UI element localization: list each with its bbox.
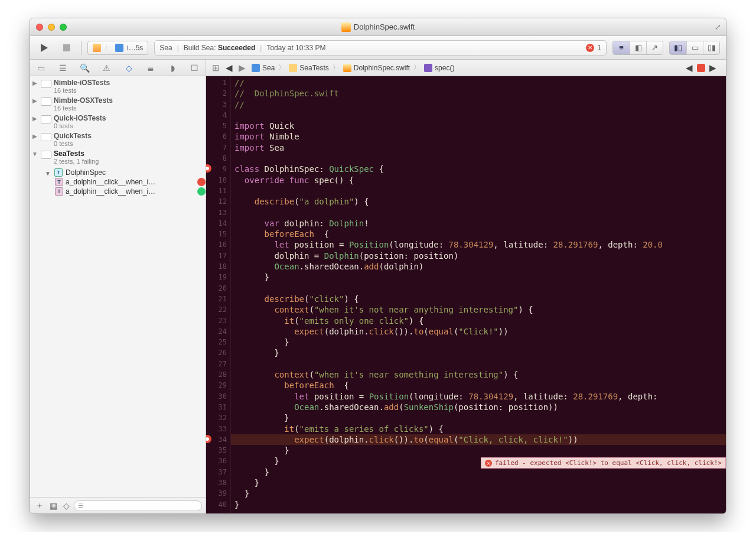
back-button[interactable]: ◀ xyxy=(223,63,235,73)
code-line[interactable]: } xyxy=(231,488,726,499)
titlebar[interactable]: DolphinSpec.swift ⤢ xyxy=(30,18,726,36)
inline-error-flag[interactable]: ✕ failed - expected <Click!> to equal <C… xyxy=(481,457,726,469)
code-line[interactable]: // DolphinSpec.swift xyxy=(231,88,726,99)
scope-bar-icon[interactable]: ▦ xyxy=(48,501,59,511)
line-number[interactable]: 12 xyxy=(206,196,230,207)
test-suite-row[interactable]: ▶ QuickTests 0 tests xyxy=(30,131,206,148)
forward-button[interactable]: ▶ xyxy=(236,63,248,73)
test-suite-row[interactable]: ▶ Nimble-iOSTests 16 tests xyxy=(30,77,206,95)
code-line[interactable]: dolphin = Dolphin(position: position) xyxy=(231,251,726,261)
line-number[interactable]: 29 xyxy=(206,380,230,391)
code-line[interactable]: context("when it's not near anything int… xyxy=(231,304,726,315)
related-items-icon[interactable]: ⊞ xyxy=(210,63,222,73)
line-number[interactable]: 30 xyxy=(206,391,230,402)
code-line[interactable]: } xyxy=(231,347,726,358)
symbol-nav-icon[interactable]: ☰ xyxy=(52,63,74,73)
line-number[interactable]: 6 xyxy=(206,131,230,142)
line-number[interactable]: 33 xyxy=(206,424,230,434)
disclosure-icon[interactable]: ▶ xyxy=(31,96,38,104)
version-editor-button[interactable]: ↗ xyxy=(646,41,663,54)
report-nav-icon[interactable]: ☐ xyxy=(184,63,206,73)
code-line[interactable]: let position = Position(longitude: 78.30… xyxy=(231,239,726,250)
code-line[interactable] xyxy=(231,207,726,218)
scheme-selector[interactable]: 〉 i…5s xyxy=(87,41,148,55)
line-number[interactable]: 7 xyxy=(206,142,230,153)
code-line[interactable]: Ocean.sharedOcean.add(SunkenShip(positio… xyxy=(231,402,726,412)
jumpbar-file[interactable]: DolphinSpec.swift xyxy=(341,64,412,72)
code-line[interactable]: } xyxy=(231,272,726,282)
code-line[interactable]: import Nimble xyxy=(231,131,726,142)
line-number[interactable]: 18 xyxy=(206,261,230,272)
line-number[interactable]: 10 xyxy=(206,175,230,186)
line-number[interactable]: 13 xyxy=(206,207,230,218)
minimize-icon[interactable] xyxy=(48,24,55,31)
test-case-row[interactable]: Ta_dolphin__click__when_i… xyxy=(30,178,206,186)
code-view[interactable]: //// DolphinSpec.swift//import Quickimpo… xyxy=(231,76,726,513)
disclosure-icon[interactable]: ▼ xyxy=(31,149,38,157)
zoom-icon[interactable] xyxy=(60,24,67,31)
code-line[interactable] xyxy=(231,153,726,164)
line-number[interactable]: 40 xyxy=(206,499,230,510)
code-line[interactable]: } xyxy=(231,337,726,347)
code-line[interactable]: describe("click") { xyxy=(231,294,726,304)
disclosure-icon[interactable]: ▶ xyxy=(31,79,38,86)
jumpbar-group[interactable]: SeaTests xyxy=(286,64,331,72)
code-line[interactable]: describe("a dolphin") { xyxy=(231,196,726,207)
code-line[interactable]: override func spec() { xyxy=(231,175,726,186)
code-line[interactable]: expect(dolphin.click()).to(equal("Click,… xyxy=(231,434,726,445)
line-number[interactable]: 5 xyxy=(206,121,230,131)
disclosure-icon[interactable]: ▶ xyxy=(31,114,38,122)
close-icon[interactable] xyxy=(36,24,43,31)
assistant-editor-button[interactable]: ◧ xyxy=(630,41,646,54)
line-number[interactable]: 11 xyxy=(206,186,230,196)
breakpoint-nav-icon[interactable]: ◗ xyxy=(162,63,184,73)
test-suite-row[interactable]: ▶ Quick-iOSTests 0 tests xyxy=(30,113,206,131)
line-number[interactable]: 8 xyxy=(206,153,230,164)
stop-button[interactable] xyxy=(58,41,75,55)
activity-viewer[interactable]: Sea | Build Sea: Succeeded | Today at 10… xyxy=(154,40,607,56)
line-number[interactable]: 3 xyxy=(206,99,230,110)
standard-editor-button[interactable]: ≡ xyxy=(613,41,630,54)
toggle-utilities-button[interactable]: ▯▮ xyxy=(703,41,719,54)
code-line[interactable]: } xyxy=(231,445,726,456)
line-number[interactable]: 36 xyxy=(206,456,230,466)
add-button[interactable]: ＋ xyxy=(34,500,45,511)
disclosure-icon[interactable]: ▼ xyxy=(44,169,51,177)
code-line[interactable]: expect(dolphin.click()).to(equal("Click!… xyxy=(231,326,726,337)
prev-issue-button[interactable]: ◀ xyxy=(683,63,695,73)
test-suite-row[interactable]: ▼ SeaTests 2 tests, 1 failing xyxy=(30,148,206,166)
run-button[interactable] xyxy=(36,41,53,55)
test-case-row[interactable]: Ta_dolphin__click__when_i… xyxy=(30,187,206,196)
line-number[interactable]: 16 xyxy=(206,239,230,250)
code-line[interactable] xyxy=(231,186,726,196)
line-number[interactable]: 25 xyxy=(206,337,230,347)
line-number[interactable]: 2 xyxy=(206,88,230,99)
code-line[interactable]: // xyxy=(231,77,726,88)
line-number[interactable]: 26 xyxy=(206,347,230,358)
source-editor[interactable]: 12345678●9101112131415161718192021222324… xyxy=(206,76,726,513)
code-line[interactable]: it("emits a series of clicks") { xyxy=(231,424,726,434)
error-badge-icon[interactable]: ✕ xyxy=(586,44,594,52)
line-number[interactable]: 17 xyxy=(206,251,230,261)
line-number[interactable]: 15 xyxy=(206,229,230,239)
code-line[interactable]: it("emits only one click") { xyxy=(231,316,726,326)
line-number[interactable]: 23 xyxy=(206,316,230,326)
line-number[interactable]: 37 xyxy=(206,467,230,477)
test-suite-row[interactable]: ▶ Nimble-OSXTests 16 tests xyxy=(30,95,206,113)
code-line[interactable]: beforeEach { xyxy=(231,380,726,391)
line-number[interactable]: 4 xyxy=(206,110,230,121)
line-number[interactable]: 22 xyxy=(206,304,230,315)
spec-row[interactable]: ▼TDolphinSpec xyxy=(30,168,206,177)
next-issue-button[interactable]: ▶ xyxy=(707,63,719,73)
jumpbar-project[interactable]: Sea xyxy=(249,64,277,72)
gutter[interactable]: 12345678●9101112131415161718192021222324… xyxy=(206,76,231,513)
fullscreen-icon[interactable]: ⤢ xyxy=(715,22,721,31)
line-number[interactable]: 19 xyxy=(206,272,230,282)
code-line[interactable]: } xyxy=(231,412,726,423)
toggle-debug-button[interactable]: ▭ xyxy=(686,41,703,54)
disclosure-icon[interactable]: ▶ xyxy=(31,132,38,139)
jumpbar-symbol[interactable]: spec() xyxy=(422,64,457,72)
test-nav-icon[interactable]: ◇ xyxy=(118,63,140,73)
code-line[interactable]: } xyxy=(231,477,726,488)
line-number[interactable]: 39 xyxy=(206,488,230,499)
